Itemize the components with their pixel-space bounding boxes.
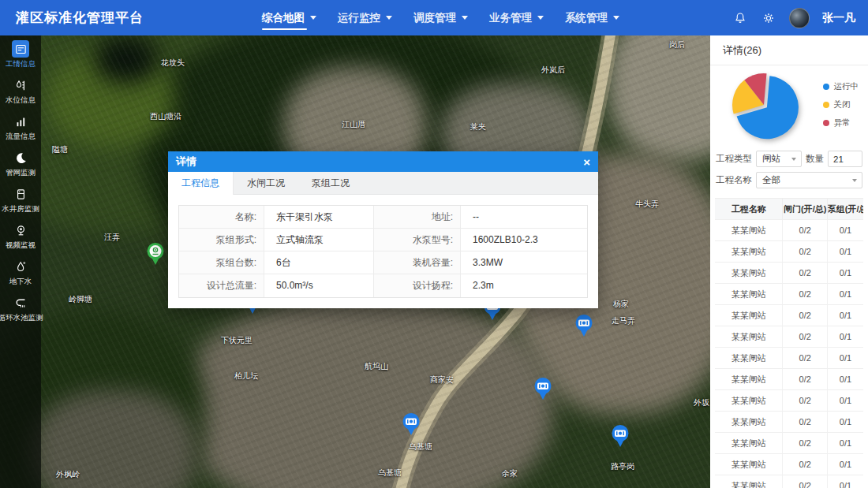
table-cell: 某某闸站 bbox=[715, 454, 783, 475]
sidebar-item[interactable]: 工情信息 bbox=[0, 38, 41, 72]
map-place-label: 外坂 bbox=[694, 397, 709, 408]
map-place-label: 走马弄 bbox=[612, 315, 635, 326]
table-row[interactable]: 某某闸站0/20/1 bbox=[715, 284, 863, 305]
table-row[interactable]: 某某闸站0/20/1 bbox=[715, 433, 863, 454]
map-place-label: 莱夹 bbox=[470, 121, 486, 132]
sidebar-item[interactable]: 地下水 bbox=[0, 255, 41, 289]
table-cell: 0/2 bbox=[783, 412, 827, 433]
nav-item[interactable]: 运行监控 bbox=[338, 0, 392, 35]
bell-icon[interactable] bbox=[732, 10, 748, 26]
map-place-label: 航坞山 bbox=[365, 361, 388, 372]
table-cell: 0/2 bbox=[783, 433, 827, 454]
map-marker-gate[interactable] bbox=[610, 424, 630, 451]
nav-item[interactable]: 调度管理 bbox=[413, 0, 468, 35]
table-cell: 0/2 bbox=[783, 263, 827, 284]
map-place-label: 乌基塘 bbox=[378, 468, 402, 479]
field-value: 1600ZLB10-2.3 bbox=[461, 229, 587, 251]
table-row[interactable]: 某某闸站0/20/1 bbox=[715, 263, 863, 284]
table-row[interactable]: 某某闸站0/20/1 bbox=[715, 475, 863, 488]
sidebar-item[interactable]: 水井房监测 bbox=[0, 183, 41, 217]
chevron-down-icon bbox=[613, 16, 619, 20]
user-avatar[interactable] bbox=[789, 8, 810, 28]
table-cell: 某某闸站 bbox=[715, 305, 783, 326]
map-place-label: 岗后 bbox=[669, 39, 685, 50]
gear-icon[interactable] bbox=[761, 10, 776, 26]
type-filter-select[interactable]: 闸站 bbox=[756, 151, 802, 167]
nav-item[interactable]: 系统管理 bbox=[565, 0, 619, 35]
map-marker-gate[interactable] bbox=[401, 412, 421, 439]
field-value: 3.3MW bbox=[461, 251, 587, 274]
pie-legend: 运行中关闭异常 bbox=[823, 81, 859, 129]
field-label: 装机容量: bbox=[374, 251, 461, 274]
sidebar-item-label: 水井房监测 bbox=[2, 204, 39, 214]
name-filter-value: 全部 bbox=[762, 175, 780, 184]
table-row[interactable]: 某某闸站0/20/1 bbox=[715, 305, 863, 326]
map-place-label: 余家 bbox=[502, 468, 518, 479]
sidebar-item[interactable]: 水位信息 bbox=[0, 74, 41, 108]
chevron-down-icon bbox=[537, 16, 544, 20]
field-label: 泵组形式: bbox=[179, 229, 264, 251]
user-name: 张一凡 bbox=[822, 11, 855, 25]
table-row[interactable]: 某某闸站0/20/1 bbox=[715, 390, 863, 412]
table-row[interactable]: 某某闸站0/20/1 bbox=[715, 454, 863, 475]
table-cell: 某某闸站 bbox=[715, 348, 783, 369]
type-filter-label: 工程类型 bbox=[716, 153, 752, 165]
table-row[interactable]: 某某闸站0/20/1 bbox=[715, 369, 863, 390]
panel-icon bbox=[12, 40, 29, 58]
sidebar-item[interactable]: 流量信息 bbox=[0, 110, 41, 144]
legend-item[interactable]: 运行中 bbox=[823, 81, 859, 92]
sidebar-item[interactable]: 视频监视 bbox=[0, 219, 41, 253]
map-marker-camera[interactable] bbox=[145, 242, 166, 269]
nav-item-label: 运行监控 bbox=[338, 11, 380, 25]
table-row[interactable]: 某某闸站0/20/1 bbox=[715, 412, 863, 433]
map-marker-gate[interactable] bbox=[574, 314, 594, 341]
legend-label: 运行中 bbox=[834, 81, 859, 92]
table-cell: 某某闸站 bbox=[715, 475, 783, 488]
app-root: 隘塘花坟头西山塘沿江山厝莱夹外岚后岗后牛头弄崇义山杨家走马弄汪弄岭脚塘上状元里下… bbox=[0, 0, 868, 488]
table-cell: 0/1 bbox=[828, 348, 863, 369]
table-cell: 0/2 bbox=[783, 369, 827, 390]
status-pie-chart: 运行中关闭异常 bbox=[710, 65, 868, 146]
nav-item[interactable]: 业务管理 bbox=[489, 0, 544, 35]
nav-item[interactable]: 综合地图 bbox=[262, 0, 316, 35]
chevron-down-icon bbox=[386, 16, 392, 20]
table-cell: 某某闸站 bbox=[715, 326, 783, 348]
table-row[interactable]: 某某闸站0/20/1 bbox=[715, 241, 863, 263]
table-column-header: 工程名称 bbox=[715, 199, 783, 220]
count-input[interactable] bbox=[828, 151, 862, 167]
top-header: 灌区标准化管理平台 综合地图运行监控调度管理业务管理系统管理 张一凡 bbox=[0, 0, 868, 35]
map-place-label: 外枫岭 bbox=[56, 469, 80, 480]
table-cell: 0/2 bbox=[783, 475, 827, 488]
map-marker-gate[interactable] bbox=[533, 377, 553, 404]
map-place-label: 汪弄 bbox=[104, 232, 120, 243]
field-value: 立式轴流泵 bbox=[264, 229, 374, 251]
table-row[interactable]: 某某闸站0/20/1 bbox=[715, 220, 863, 241]
table-cell: 0/1 bbox=[828, 454, 863, 475]
legend-item[interactable]: 异常 bbox=[823, 117, 859, 129]
map-place-label: 隘塘 bbox=[52, 144, 68, 155]
app-title: 灌区标准化管理平台 bbox=[16, 0, 144, 35]
legend-item[interactable]: 关闭 bbox=[823, 99, 859, 110]
close-icon[interactable]: × bbox=[583, 156, 590, 168]
name-filter-select[interactable]: 全部 bbox=[756, 172, 862, 188]
modal-tab[interactable]: 工程信息 bbox=[168, 172, 234, 195]
table-cell: 0/1 bbox=[828, 241, 863, 263]
modal-tab[interactable]: 泵组工况 bbox=[298, 172, 363, 194]
table-cell: 0/2 bbox=[783, 220, 827, 241]
map-place-label: 路亭岗 bbox=[611, 461, 634, 472]
table-row[interactable]: 某某闸站0/20/1 bbox=[715, 326, 863, 348]
table-column-header: 闸门(开/总) bbox=[783, 199, 827, 220]
table-cell: 0/1 bbox=[828, 263, 863, 284]
table-cell: 0/1 bbox=[828, 220, 863, 241]
map-place-label: 商家安 bbox=[430, 374, 454, 386]
table-column-header: 泵组(开/总) bbox=[828, 199, 863, 220]
groundwater-icon bbox=[12, 258, 29, 275]
table-cell: 某某闸站 bbox=[715, 220, 783, 241]
map-place-label: 西山塘沿 bbox=[150, 111, 181, 122]
table-cell: 某某闸站 bbox=[715, 412, 783, 433]
loop-pool-icon bbox=[12, 294, 29, 311]
sidebar-item[interactable]: 循环水池监测 bbox=[0, 292, 41, 326]
modal-tab[interactable]: 水闸工况 bbox=[234, 172, 298, 194]
table-row[interactable]: 某某闸站0/20/1 bbox=[715, 348, 863, 369]
sidebar-item[interactable]: 管网监测 bbox=[0, 147, 41, 181]
